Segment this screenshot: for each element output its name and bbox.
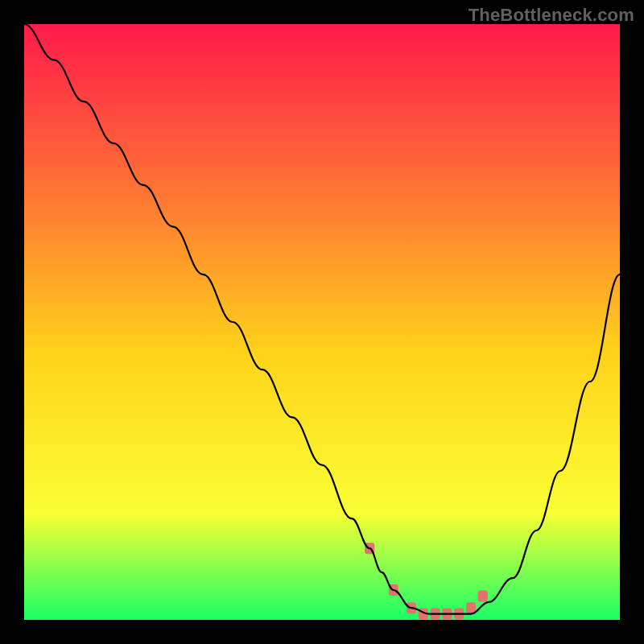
chart-svg (24, 24, 620, 620)
gradient-background (24, 24, 620, 620)
marker-dot (478, 590, 488, 601)
chart-frame: TheBottleneck.com (0, 0, 644, 644)
watermark-text: TheBottleneck.com (469, 5, 634, 26)
plot-area (24, 24, 620, 620)
